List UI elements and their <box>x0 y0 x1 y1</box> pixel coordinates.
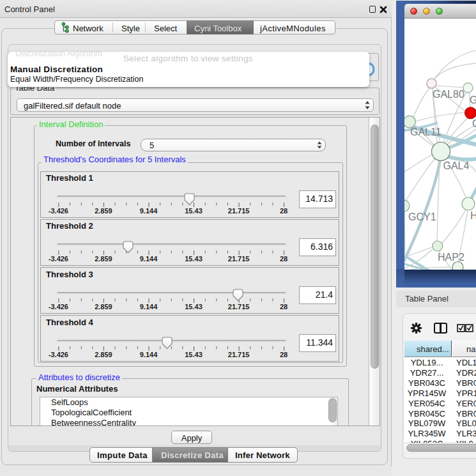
svg-text:H: H <box>470 210 476 221</box>
svg-text:GA: GA <box>470 95 476 105</box>
svg-text:HAP2: HAP2 <box>438 252 464 263</box>
svg-text:GAL4: GAL4 <box>443 160 470 171</box>
svg-text:GAL11: GAL11 <box>410 127 441 137</box>
svg-text:C: C <box>472 118 476 129</box>
svg-text:GCY1: GCY1 <box>408 211 436 222</box>
svg-text:GAL80: GAL80 <box>433 89 464 100</box>
